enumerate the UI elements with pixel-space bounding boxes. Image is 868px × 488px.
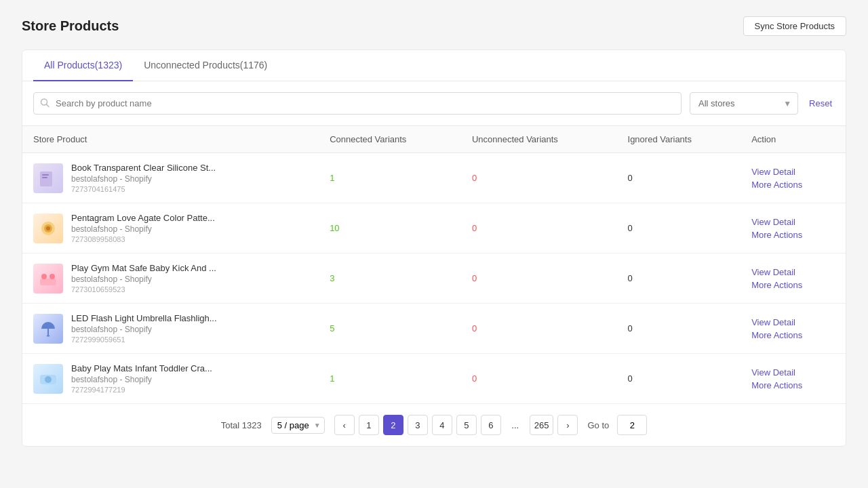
page-title: Store Products [22,18,119,34]
store-select[interactable]: All stores [690,92,798,115]
ellipsis: ... [505,415,526,435]
prev-page-button[interactable]: ‹ [334,415,355,435]
product-cell-3: LED Flash Light Umbrella Flashligh... be… [22,304,319,354]
tab-all-products[interactable]: All Products(1323) [33,50,133,81]
per-page-wrapper: 5 / page ▼ [271,417,325,434]
table-row: Book Transparent Clear Silicone St... be… [22,153,846,203]
svg-point-10 [50,274,55,279]
product-store-3: bestolafshop - Shopify [71,325,217,334]
svg-point-9 [41,274,47,279]
col-header-connected: Connected Variants [319,126,461,153]
product-id-2: 7273010659523 [71,285,216,293]
svg-rect-2 [40,171,52,186]
action-cell-3: View Detail More Actions [741,304,846,354]
connected-variants-3: 5 [319,304,461,354]
tab-unconnected-products[interactable]: Unconnected Products(1176) [133,50,278,81]
product-image-3 [33,314,63,344]
col-header-unconnected: Unconnected Variants [461,126,617,153]
product-name-0: Book Transparent Clear Silicone St... [71,163,216,173]
tabs-bar: All Products(1323) Unconnected Products(… [22,50,846,81]
unconnected-variants-2: 0 [461,253,617,304]
connected-variants-1: 10 [319,203,461,253]
connected-variants-4: 1 [319,354,461,404]
page-4-button[interactable]: 4 [432,415,452,435]
action-cell-4: View Detail More Actions [741,354,846,404]
unconnected-variants-1: 0 [461,203,617,253]
product-image-1 [33,214,63,243]
page-3-button[interactable]: 3 [408,415,428,435]
more-actions-link-0[interactable]: More Actions [751,180,835,190]
search-wrapper [33,92,682,115]
col-header-action: Action [741,126,846,153]
search-input[interactable] [33,92,682,115]
pagination-bar: Total 1323 5 / page ▼ ‹ 1 2 3 4 5 6 ... … [22,403,846,446]
svg-line-1 [47,104,50,107]
product-id-0: 7273704161475 [71,185,216,193]
action-cell-0: View Detail More Actions [741,153,846,203]
page-1-button[interactable]: 1 [359,415,379,435]
svg-point-7 [46,226,50,230]
svg-point-13 [45,376,52,383]
product-image-0 [33,163,63,193]
goto-input[interactable] [617,415,647,435]
page-2-button[interactable]: 2 [383,415,403,435]
product-id-4: 7272994177219 [71,386,212,394]
svg-rect-3 [42,174,49,176]
view-detail-link-4[interactable]: View Detail [751,367,835,378]
col-header-ignored: Ignored Variants [617,126,741,153]
product-cell-0: Book Transparent Clear Silicone St... be… [22,153,319,203]
more-actions-link-3[interactable]: More Actions [751,330,835,340]
view-detail-link-1[interactable]: View Detail [751,217,835,227]
more-actions-link-1[interactable]: More Actions [751,230,835,240]
action-cell-1: View Detail More Actions [741,203,846,253]
unconnected-variants-3: 0 [461,304,617,354]
connected-variants-2: 3 [319,253,461,304]
table-row: LED Flash Light Umbrella Flashligh... be… [22,304,846,354]
page-6-button[interactable]: 6 [481,415,501,435]
per-page-select[interactable]: 5 / page [271,417,325,434]
product-id-3: 7272999059651 [71,336,217,344]
view-detail-link-3[interactable]: View Detail [751,317,835,327]
page-265-button[interactable]: 265 [530,415,554,435]
search-icon [40,98,50,109]
view-detail-link-0[interactable]: View Detail [751,167,835,177]
more-actions-link-2[interactable]: More Actions [751,280,835,290]
connected-variants-0: 1 [319,153,461,203]
ignored-variants-3: 0 [617,304,741,354]
product-id-1: 7273089958083 [71,235,215,243]
product-store-0: bestolafshop - Shopify [71,174,216,184]
store-filter-wrapper: All stores ▼ [690,92,798,115]
reset-button[interactable]: Reset [806,98,835,108]
total-label: Total 1323 [221,420,262,430]
product-cell-4: Baby Play Mats Infant Toddler Cra... bes… [22,354,319,404]
ignored-variants-1: 0 [617,203,741,253]
product-name-1: Pentagram Love Agate Color Patte... [71,213,215,223]
table-row: Pentagram Love Agate Color Patte... best… [22,203,846,253]
table-row: Baby Play Mats Infant Toddler Cra... bes… [22,354,846,404]
product-store-4: bestolafshop - Shopify [71,375,212,384]
action-cell-2: View Detail More Actions [741,253,846,304]
product-store-1: bestolafshop - Shopify [71,224,215,234]
sync-store-products-button[interactable]: Sync Store Products [743,16,847,36]
unconnected-variants-0: 0 [461,153,617,203]
product-cell-2: Play Gym Mat Safe Baby Kick And ... best… [22,253,319,304]
unconnected-variants-4: 0 [461,354,617,404]
products-table-container: Store Product Connected Variants Unconne… [22,125,846,403]
ignored-variants-0: 0 [617,153,741,203]
product-cell-1: Pentagram Love Agate Color Patte... best… [22,203,319,253]
more-actions-link-4[interactable]: More Actions [751,380,835,390]
goto-label: Go to [587,420,609,430]
ignored-variants-4: 0 [617,354,741,404]
view-detail-link-2[interactable]: View Detail [751,267,835,277]
col-header-product: Store Product [22,126,319,153]
ignored-variants-2: 0 [617,253,741,304]
svg-rect-4 [42,177,47,178]
product-name-2: Play Gym Mat Safe Baby Kick And ... [71,263,216,273]
svg-rect-8 [40,279,56,285]
product-store-2: bestolafshop - Shopify [71,274,216,284]
products-table: Store Product Connected Variants Unconne… [22,125,846,403]
product-image-2 [33,264,63,293]
table-row: Play Gym Mat Safe Baby Kick And ... best… [22,253,846,304]
next-page-button[interactable]: › [557,415,578,435]
page-5-button[interactable]: 5 [456,415,477,435]
